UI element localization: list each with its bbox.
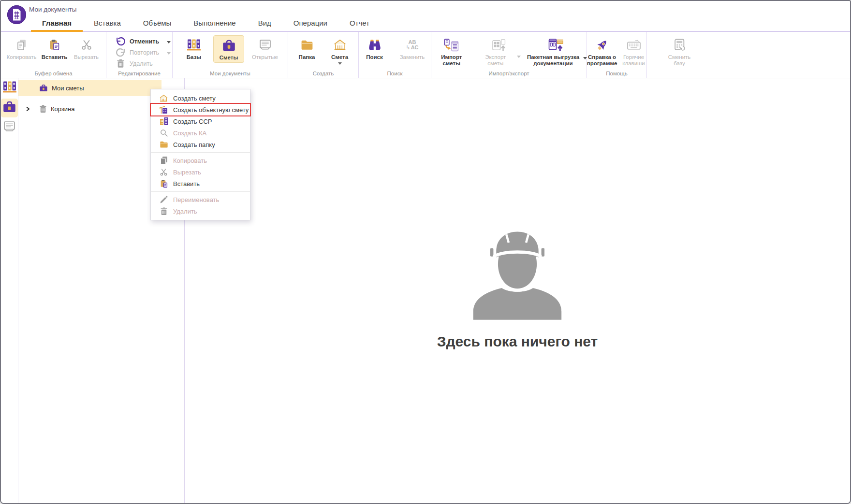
group-label-import-export: Импорт/экспорт [431,71,587,76]
hotkeys-button[interactable]: Горячие клавиши [621,35,646,68]
paste-button[interactable]: Вставить [40,35,69,62]
chevron-right-icon[interactable] [25,106,31,112]
group-label-help: Помощь [587,71,646,76]
estimates-button[interactable]: Сметы [213,35,244,63]
ribbon-group-create: Папка Смета Создать [288,32,359,78]
tab-vid[interactable]: Вид [247,15,282,31]
briefcase-icon [2,101,16,115]
undo-button[interactable]: Отменить [115,37,172,46]
pencil-icon [159,195,168,204]
tab-glavnaya[interactable]: Главная [31,15,83,31]
menu-separator [151,152,250,153]
ribbon-group-clipboard: Копировать Вставить Вырезать Буфер обмен… [1,32,106,78]
scissors-icon [159,168,168,177]
delete-button[interactable]: Удалить [115,59,172,68]
folder-icon [301,37,313,53]
create-estimate-dropdown-icon[interactable] [338,62,342,65]
ribbon-group-help: Справка о программе Горячие клавиши Помо… [587,32,647,78]
context-menu: Создать смету Создать объектную смету Со… [150,89,250,220]
menu-item-delete[interactable]: Удалить [151,205,250,217]
undo-dropdown-icon[interactable] [167,41,171,43]
trash-icon [115,59,126,68]
help-button[interactable]: Справка о программе [587,35,617,68]
replace-button[interactable]: AB ↳AC Заменить [398,35,427,62]
group-label-search: Поиск [359,71,431,76]
redo-dropdown-icon[interactable] [167,52,171,55]
menu-item-create-ka[interactable]: Создать КА [151,127,250,139]
search-button[interactable]: Поиск [363,35,386,62]
empty-state: Здесь пока ничего нет [437,78,598,350]
app-window: Мои документы Главная Вставка Объёмы Вып… [0,0,851,504]
tab-operacii[interactable]: Операции [282,15,338,31]
documents-icon [3,121,16,135]
batch-export-button[interactable]: Пакетная выгрузка документации [526,35,587,68]
calculator-icon [673,37,686,53]
binoculars-icon [368,37,381,53]
folder-icon [159,140,168,149]
menu-item-create-estimate[interactable]: Создать смету [151,92,250,104]
building-crane-icon [159,105,168,115]
menu-item-copy[interactable]: Копировать [151,155,250,166]
group-label-clipboard: Буфер обмена [1,71,106,76]
group-label-edit: Редактирование [106,71,172,76]
import-estimate-button[interactable]: Импорт сметы [431,35,472,68]
trash-icon [39,105,47,113]
construction-worker-icon [462,224,572,322]
cut-button[interactable]: Вырезать [71,35,102,62]
ribbon-group-edit: Отменить Повторить Удалить Редактировани… [106,32,173,78]
menu-item-paste[interactable]: Вставить [151,178,250,189]
menu-item-create-folder[interactable]: Создать папку [151,139,250,150]
replace-icon: AB ↳AC [406,37,418,53]
briefcase-icon [39,84,48,92]
strip-opened-button[interactable] [2,120,17,136]
documents-icon [259,37,272,53]
redo-button[interactable]: Повторить [115,48,172,57]
opened-button[interactable]: Открытые [250,35,280,62]
group-label-my-documents: Мои документы [173,71,288,76]
trash-icon [159,207,168,216]
content-area: Здесь пока ничего нет [185,78,850,503]
undo-icon [115,37,126,46]
binders-icon [3,81,16,95]
tab-vypolnenie[interactable]: Выполнение [182,15,247,31]
tab-otchet[interactable]: Отчет [338,15,381,31]
menu-item-rename[interactable]: Переименовать [151,194,250,205]
create-estimate-button[interactable]: Смета [327,35,352,66]
briefcase-icon [222,37,236,54]
export-estimate-button[interactable]: Экспорт сметы [476,35,522,68]
copy-button[interactable]: Копировать [5,35,38,62]
ribbon: Копировать Вставить Вырезать Буфер обмен… [1,32,850,78]
batch-export-icon [548,37,564,53]
copy-icon [159,156,168,165]
tab-obyomy[interactable]: Объёмы [132,15,183,31]
empty-state-message: Здесь пока ничего нет [437,333,598,350]
change-base-button[interactable]: Сменить базу [666,35,693,68]
bases-button[interactable]: Базы [180,35,207,62]
menu-item-create-object-estimate[interactable]: Создать объектную смету [151,104,250,115]
ribbon-group-change-base: Сменить базу [647,32,712,78]
paste-icon [49,37,60,53]
rocket-icon [596,37,609,53]
import-icon [444,37,459,53]
paste-icon [159,179,168,188]
strip-estimates-button[interactable] [1,99,18,117]
tree-item-my-estimates[interactable]: Мои сметы [18,80,161,96]
keyboard-icon [627,37,641,53]
create-folder-button[interactable]: Папка [294,35,320,62]
ribbon-group-my-documents: Базы Сметы Открытые Мои документы [173,32,288,78]
ribbon-group-search: Поиск AB ↳AC Заменить Поиск [359,32,431,78]
tab-vstavka[interactable]: Вставка [83,15,132,31]
binders-icon [187,37,201,53]
magnifier-icon [159,129,168,138]
cut-icon [81,37,92,53]
menu-item-cut[interactable]: Вырезать [151,166,250,178]
app-logo-icon [7,5,27,25]
strip-bases-button[interactable] [2,80,17,96]
menu-separator [151,191,250,192]
ribbon-group-import-export: Импорт сметы Экспорт сметы Пакетная выгр… [431,32,587,78]
menu-item-create-ssr[interactable]: Создать ССР [151,115,250,127]
redo-icon [115,48,126,57]
export-dropdown-icon[interactable] [517,56,521,58]
header: Мои документы Главная Вставка Объёмы Вып… [1,1,850,32]
window-title: Мои документы [29,6,76,13]
